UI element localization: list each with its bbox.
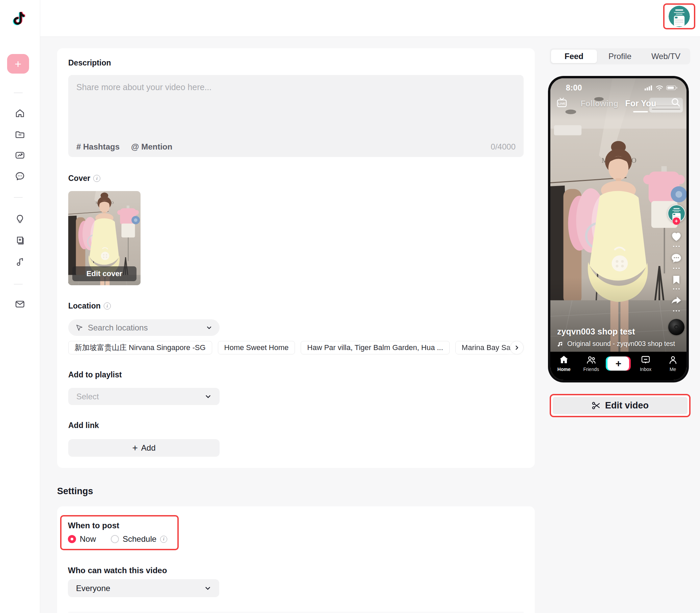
sidebar-item-analytics[interactable] (15, 150, 25, 160)
sidebar-item-feedback[interactable] (15, 299, 25, 309)
radio-now[interactable]: Now (68, 534, 96, 544)
home-icon (15, 108, 25, 118)
sidebar-item-home[interactable] (15, 108, 25, 118)
location-chip[interactable]: Home Sweet Home (218, 341, 295, 354)
compose-button[interactable]: + (7, 54, 29, 74)
search-icon[interactable] (670, 97, 681, 108)
location-chip[interactable]: Haw Par villa, Tiger Balm Garden, Hua ..… (301, 341, 449, 354)
lightbulb-icon (15, 214, 25, 224)
battery-icon (666, 85, 678, 91)
nav-friends[interactable]: Friends (578, 352, 605, 380)
bookmark-icon[interactable] (671, 274, 682, 285)
user-avatar[interactable] (669, 6, 690, 27)
sound-disc[interactable] (668, 319, 685, 335)
settings-heading: Settings (57, 486, 93, 497)
signal-icon (645, 85, 653, 91)
annotation-avatar-highlight (663, 3, 695, 29)
live-icon[interactable]: LIVE (556, 96, 568, 109)
hashtags-button[interactable]: # Hashtags (76, 142, 119, 152)
sidebar-item-comments[interactable] (15, 171, 25, 181)
comment-icon[interactable] (670, 252, 683, 265)
sidebar-item-posts[interactable] (15, 129, 25, 140)
sidebar-divider (14, 92, 23, 93)
follow-plus-badge[interactable]: + (673, 217, 680, 225)
cover-thumbnail[interactable]: Edit cover (68, 191, 141, 285)
comment-bubble-icon (15, 171, 25, 181)
mention-button[interactable]: @ Mention (131, 142, 172, 152)
description-input[interactable]: Share more about your video here... # Ha… (68, 75, 524, 157)
bookmark-count-placeholder (673, 288, 680, 290)
location-search-placeholder: Search locations (88, 323, 201, 332)
tab-for-you[interactable]: For You (625, 99, 656, 108)
location-arrow-icon (76, 324, 83, 331)
location-suggestions: 新加坡富贵山庄 Nirvana Singapore -SG Home Sweet… (68, 341, 524, 354)
location-chip[interactable]: 新加坡富贵山庄 Nirvana Singapore -SG (68, 341, 212, 354)
radio-selected-icon (68, 535, 76, 543)
tiktok-logo-icon[interactable] (11, 10, 26, 27)
annotation-when-to-post-highlight: When to post Now Schedule i (60, 515, 179, 550)
action-rail: + (667, 205, 686, 335)
music-note-icon (15, 257, 25, 267)
svg-text:LIVE: LIVE (558, 102, 565, 105)
video-sound-row[interactable]: Original sound - zyqvn003 shop test (557, 340, 659, 348)
like-count-placeholder (673, 246, 680, 247)
add-link-label: Add link (68, 421, 524, 430)
share-count-placeholder (673, 310, 680, 312)
radio-unselected-icon (111, 535, 119, 543)
who-can-watch-select[interactable]: Everyone (68, 579, 219, 597)
comment-count-placeholder (673, 268, 680, 269)
edit-video-button[interactable]: Edit video (553, 397, 687, 414)
playlist-select[interactable]: Select (68, 388, 220, 405)
like-heart-icon[interactable] (670, 231, 683, 243)
phone-screen: 8:00 LIVE Following For You + (550, 78, 687, 380)
divider (68, 612, 524, 612)
settings-card: When to post Now Schedule i Who can watc… (57, 506, 535, 613)
creator-avatar[interactable]: + (668, 205, 685, 222)
annotation-edit-video-highlight: Edit video (550, 394, 690, 417)
sidebar-item-sounds[interactable] (15, 257, 25, 267)
phone-bottom-nav: Home Friends + Inbox (550, 352, 687, 380)
playlist-select-value: Select (76, 392, 205, 401)
sidebar-divider (14, 284, 23, 285)
create-plus-button[interactable]: + (608, 356, 629, 370)
music-note-icon (557, 341, 563, 347)
folder-icon (15, 129, 25, 140)
info-icon: i (160, 536, 167, 543)
tab-profile[interactable]: Profile (597, 50, 643, 63)
location-search-input[interactable]: Search locations (68, 319, 220, 336)
feed-top-nav: LIVE Following For You (550, 96, 687, 111)
sidebar-item-inspiration[interactable] (15, 214, 25, 224)
sidebar-item-creator-academy[interactable] (15, 235, 25, 245)
preview-tabs: Feed Profile Web/TV (550, 48, 690, 64)
top-bar (0, 0, 700, 37)
friends-icon (586, 355, 596, 365)
nav-inbox[interactable]: Inbox (632, 352, 660, 380)
nav-me[interactable]: Me (659, 352, 687, 380)
phone-status-bar: 8:00 (550, 83, 687, 93)
edit-cover-button[interactable]: Edit cover (72, 266, 137, 281)
chevron-down-icon (204, 585, 211, 592)
chevron-down-icon (205, 393, 212, 400)
video-author[interactable]: zyqvn003 shop test (557, 327, 659, 337)
when-to-post-label: When to post (68, 521, 171, 530)
tab-feed[interactable]: Feed (551, 50, 597, 63)
wifi-icon (656, 85, 663, 91)
more-locations-button[interactable] (510, 341, 524, 354)
share-icon[interactable] (670, 295, 683, 307)
scissors-icon (591, 401, 601, 410)
info-icon: i (93, 175, 100, 182)
tab-following[interactable]: Following (581, 99, 618, 108)
upload-form-card: Description Share more about your video … (57, 48, 535, 468)
plus-icon: + (608, 356, 629, 370)
description-placeholder: Share more about your video here... (76, 82, 516, 92)
nav-home[interactable]: Home (550, 352, 578, 380)
tiktok-upload-page: + Descri (0, 0, 700, 613)
tab-webtv[interactable]: Web/TV (643, 50, 689, 63)
radio-schedule[interactable]: Schedule i (111, 534, 167, 544)
nav-create[interactable]: + (605, 352, 632, 380)
envelope-icon (15, 299, 25, 309)
home-icon (559, 355, 569, 365)
playlist-label: Add to playlist (68, 370, 524, 379)
add-link-button[interactable]: + Add (68, 439, 220, 457)
plus-icon: + (15, 57, 22, 70)
